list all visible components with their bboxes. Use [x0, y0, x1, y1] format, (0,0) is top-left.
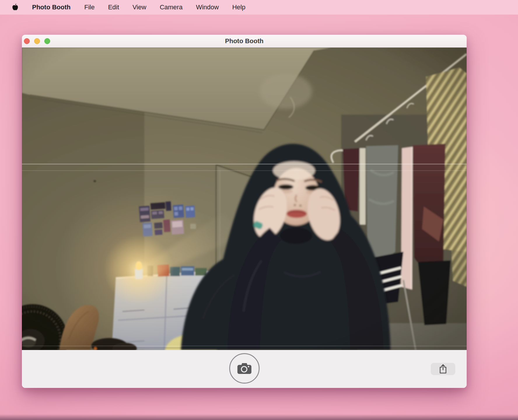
minimize-button[interactable]: [34, 38, 40, 44]
menu-item-file[interactable]: File: [78, 4, 101, 11]
menu-item-view[interactable]: View: [126, 4, 153, 11]
menu-item-camera[interactable]: Camera: [153, 4, 189, 11]
webcam-preview: [22, 48, 467, 350]
menu-item-help[interactable]: Help: [225, 4, 252, 11]
apple-menu[interactable]: [12, 4, 19, 11]
take-photo-button[interactable]: [229, 353, 260, 384]
menu-item-photo-booth[interactable]: Photo Booth: [25, 4, 78, 11]
capture-toolbar: [22, 350, 467, 388]
photo-booth-window: Photo Booth: [22, 35, 467, 388]
menu-item-edit[interactable]: Edit: [101, 4, 126, 11]
window-title: Photo Booth: [225, 37, 264, 45]
share-icon: [439, 364, 447, 374]
close-button[interactable]: [24, 38, 30, 44]
vignette: [22, 48, 467, 350]
share-button[interactable]: [431, 363, 455, 375]
apple-icon: [12, 4, 19, 11]
window-controls: [24, 38, 50, 44]
desktop: Photo Booth File Edit View Camera Window…: [0, 0, 518, 420]
camera-icon: [237, 362, 252, 374]
menu-item-window[interactable]: Window: [189, 4, 225, 11]
menu-bar: Photo Booth File Edit View Camera Window…: [0, 0, 518, 15]
zoom-button[interactable]: [44, 38, 50, 44]
window-titlebar[interactable]: Photo Booth: [22, 35, 467, 48]
